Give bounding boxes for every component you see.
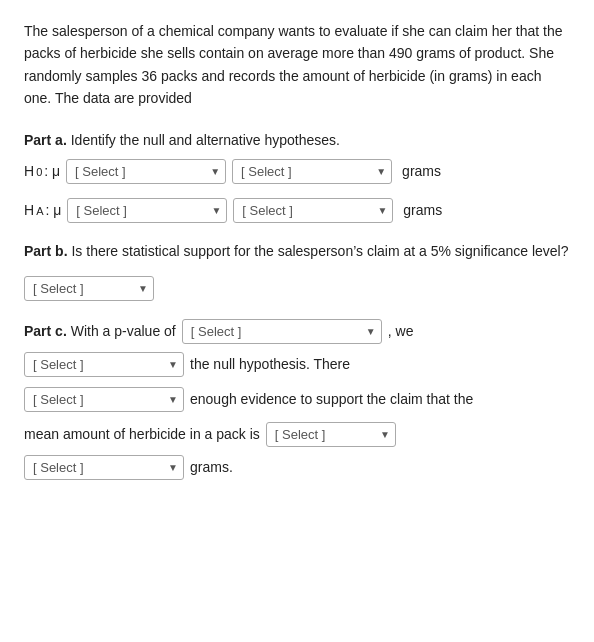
part-c-evidence-text: enough evidence to support the claim tha…: [190, 391, 473, 407]
intro-paragraph: The salesperson of a chemical company wa…: [24, 20, 570, 110]
part-c-null-text: the null hypothesis. There: [190, 356, 350, 372]
part-c-we-text: , we: [388, 323, 414, 339]
h0-select1-wrapper: [ Select ] ▼: [66, 159, 226, 184]
part-c-block: Part c. With a p-value of [ Select ] ▼ ,…: [24, 319, 570, 480]
part-b-row: Part b. Is there statistical support for…: [24, 241, 570, 301]
ha-select2[interactable]: [ Select ]: [233, 198, 393, 223]
part-c-grams-select[interactable]: [ Select ]: [24, 455, 184, 480]
ha-row: HA: μ [ Select ] ▼ [ Select ] ▼ grams: [24, 198, 570, 223]
part-c-row2: [ Select ] ▼ the null hypothesis. There: [24, 352, 570, 377]
h0-row: H0: μ [ Select ] ▼ [ Select ] ▼ grams: [24, 159, 570, 184]
part-a-block: Part a. Identify the null and alternativ…: [24, 130, 570, 223]
ha-label: HA: μ: [24, 202, 61, 218]
h0-label: H0: μ: [24, 163, 60, 179]
part-c-row5: [ Select ] ▼ grams.: [24, 455, 570, 480]
part-c-mean-select-wrapper: [ Select ] ▼: [266, 422, 396, 447]
part-c-evidence-select[interactable]: [ Select ]: [24, 387, 184, 412]
part-c-pvalue-select-wrapper: [ Select ] ▼: [182, 319, 382, 344]
part-a-label: Part a. Identify the null and alternativ…: [24, 130, 570, 151]
part-c-null-select-wrapper: [ Select ] ▼: [24, 352, 184, 377]
part-b-block: Part b. Is there statistical support for…: [24, 241, 570, 301]
h0-grams-label: grams: [402, 163, 441, 179]
ha-select1-wrapper: [ Select ] ▼: [67, 198, 227, 223]
ha-grams-label: grams: [403, 202, 442, 218]
part-c-row4: mean amount of herbicide in a pack is [ …: [24, 422, 570, 447]
part-c-evidence-select-wrapper: [ Select ] ▼: [24, 387, 184, 412]
part-b-select-wrapper: [ Select ] ▼: [24, 276, 154, 301]
part-c-pvalue-select[interactable]: [ Select ]: [182, 319, 382, 344]
part-c-mean-text: mean amount of herbicide in a pack is: [24, 426, 260, 442]
part-c-row3: [ Select ] ▼ enough evidence to support …: [24, 387, 570, 412]
part-c-grams-text: grams.: [190, 459, 233, 475]
part-b-label: Part b. Is there statistical support for…: [24, 241, 568, 262]
h0-select2-wrapper: [ Select ] ▼: [232, 159, 392, 184]
part-c-grams-select-wrapper: [ Select ] ▼: [24, 455, 184, 480]
h0-select1[interactable]: [ Select ]: [66, 159, 226, 184]
ha-select1[interactable]: [ Select ]: [67, 198, 227, 223]
part-c-null-select[interactable]: [ Select ]: [24, 352, 184, 377]
part-c-mean-select[interactable]: [ Select ]: [266, 422, 396, 447]
part-c-row1: Part c. With a p-value of [ Select ] ▼ ,…: [24, 319, 570, 344]
h0-select2[interactable]: [ Select ]: [232, 159, 392, 184]
ha-select2-wrapper: [ Select ] ▼: [233, 198, 393, 223]
part-c-label: Part c. With a p-value of: [24, 323, 176, 339]
part-b-select[interactable]: [ Select ]: [24, 276, 154, 301]
